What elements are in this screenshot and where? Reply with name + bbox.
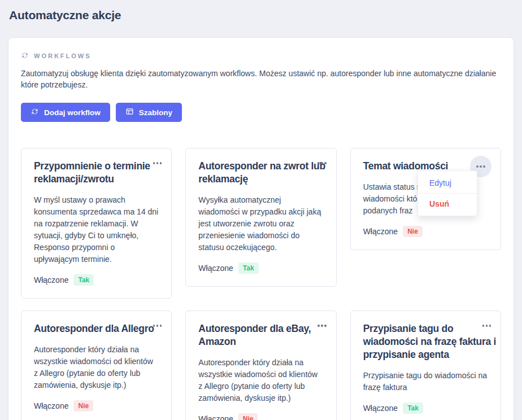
- more-options-icon[interactable]: [151, 160, 164, 167]
- workflow-card-title: Autoresponder dla eBay, Amazon: [198, 322, 332, 348]
- workflow-card-autoresponder-zwrot[interactable]: Autoresponder na zwrot lub reklamację Wy…: [185, 148, 336, 287]
- workflow-card-description: Wysyłka automatycznej wiadomości w przyp…: [198, 194, 323, 253]
- workflow-status-row: Włączone Tak: [34, 274, 159, 286]
- sync-icon: [31, 107, 39, 117]
- workflow-status-row: Włączone Tak: [198, 262, 323, 274]
- status-label: Włączone: [198, 414, 233, 420]
- templates-button-label: Szablony: [139, 108, 172, 117]
- status-badge: Tak: [238, 262, 259, 274]
- workflow-card-description: Autoresponder który działa na wszystkie …: [34, 344, 159, 391]
- status-label: Włączone: [34, 401, 68, 410]
- card-context-menu: Edytuj Usuń: [417, 170, 477, 216]
- sync-icon: [21, 51, 29, 60]
- workflows-section-label: WORKFLOWS: [34, 53, 92, 59]
- workflows-section-description: Zautomatyzuj obsługę klienta dzięki zaut…: [21, 68, 501, 90]
- workflow-status-row: Włączone Nie: [198, 413, 323, 420]
- add-workflow-button-label: Dodaj workflow: [44, 108, 101, 117]
- menu-item-delete[interactable]: Usuń: [418, 194, 477, 213]
- workflow-card-description: W myśl ustawy o prawach konsumenta sprze…: [34, 194, 159, 265]
- description-line-text: wiadomości które: [363, 194, 424, 203]
- status-label: Włączone: [198, 264, 233, 273]
- status-label: Włączone: [34, 275, 68, 285]
- status-badge: Nie: [73, 400, 93, 412]
- workflows-toolbar: Dodaj workflow Szablony: [21, 103, 501, 122]
- workflow-status-row: Włączone Nie: [34, 400, 159, 412]
- status-badge: Tak: [73, 274, 94, 286]
- status-badge: Tak: [403, 403, 423, 414]
- workflow-cards-grid: Przypomnienie o terminie reklamacji/zwro…: [21, 148, 501, 420]
- workflow-status-row: Włączone Nie: [363, 226, 488, 237]
- more-options-icon[interactable]: [480, 322, 494, 329]
- more-options-icon[interactable]: [315, 322, 329, 329]
- workflow-card-description: Przypisanie tagu do wiadomości na frazę …: [363, 370, 488, 393]
- workflow-card-title: Przypomnienie o terminie reklamacji/zwro…: [34, 160, 168, 186]
- workflow-card-autoresponder-ebay-amazon[interactable]: Autoresponder dla eBay, Amazon Autorespo…: [185, 310, 336, 420]
- page-title: Automatyczne akcje: [9, 8, 522, 23]
- workflow-card-description: Autoresponder który działa na wszystkie …: [198, 357, 323, 404]
- menu-item-edit[interactable]: Edytuj: [418, 173, 477, 193]
- more-options-icon[interactable]: [151, 322, 164, 329]
- more-options-icon[interactable]: [315, 160, 329, 167]
- workflows-panel: WORKFLOWS Zautomatyzuj obsługę klienta d…: [8, 37, 514, 420]
- status-badge: Nie: [403, 226, 423, 237]
- add-workflow-button[interactable]: Dodaj workflow: [21, 103, 110, 122]
- workflow-card-przypomnienie[interactable]: Przypomnienie o terminie reklamacji/zwro…: [21, 148, 172, 299]
- templates-button[interactable]: Szablony: [116, 103, 182, 122]
- menu-divider: [418, 193, 477, 194]
- template-icon: [125, 107, 134, 117]
- workflows-section-header: WORKFLOWS: [21, 51, 501, 60]
- workflow-card-title: Przypisanie tagu do wiadomości na frazę …: [363, 322, 497, 361]
- workflow-card-przypisanie-tagu[interactable]: Przypisanie tagu do wiadomości na frazę …: [350, 310, 501, 420]
- workflow-card-title: Autoresponder dla Allegro: [34, 322, 168, 335]
- status-badge: Nie: [238, 413, 258, 420]
- status-label: Włączone: [363, 227, 398, 236]
- status-label: Włączone: [363, 404, 398, 413]
- workflow-status-row: Włączone Tak: [363, 403, 488, 414]
- workflow-card-temat-wiadomosci[interactable]: Temat wiadomości Ustawia status sp wiado…: [350, 148, 501, 250]
- workflow-card-autoresponder-allegro[interactable]: Autoresponder dla Allegro Autoresponder …: [21, 310, 172, 420]
- workflow-card-title: Autoresponder na zwrot lub reklamację: [198, 160, 332, 186]
